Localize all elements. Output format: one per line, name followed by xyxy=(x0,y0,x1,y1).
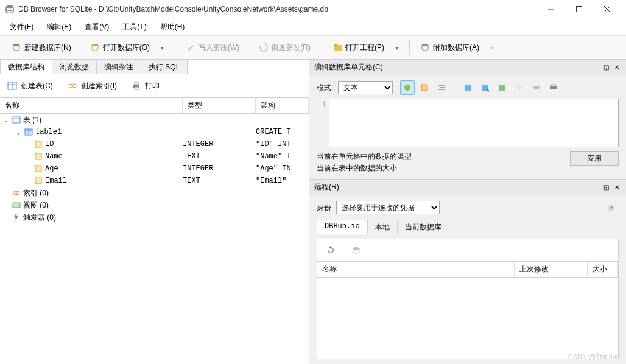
watermark: CSDN @Thinbug xyxy=(568,353,620,360)
write-changes-button[interactable]: 写入更改(W) xyxy=(181,40,244,55)
tree-header-type[interactable]: 类型 xyxy=(183,98,256,113)
column-type: TEXT xyxy=(183,177,256,185)
revert-changes-label: 倒退更改(R) xyxy=(271,43,311,53)
indent-icon[interactable] xyxy=(434,80,449,95)
editor-text[interactable] xyxy=(329,99,618,147)
remote-header-name[interactable]: 名称 xyxy=(317,262,515,277)
svg-rect-23 xyxy=(35,141,41,147)
create-table-label: 创建表(C) xyxy=(21,81,53,91)
print-cell-icon[interactable] xyxy=(546,80,561,95)
close-button[interactable] xyxy=(593,0,621,18)
trigger-group-icon xyxy=(12,213,21,222)
tree-node-table1[interactable]: ⌄table1 CREATE T xyxy=(0,126,309,138)
tab-browse[interactable]: 浏览数据 xyxy=(52,60,97,74)
print-button[interactable]: 打印 xyxy=(132,81,160,91)
remote-tab-local[interactable]: 本地 xyxy=(367,220,398,234)
tab-structure[interactable]: 数据库结构 xyxy=(0,60,52,74)
views-label: 视图 (0) xyxy=(23,200,49,211)
revert-changes-button[interactable]: 倒退更改(R) xyxy=(254,40,315,55)
table-group-icon xyxy=(12,116,21,124)
menu-file[interactable]: 文件(F) xyxy=(4,19,40,35)
table-schema: CREATE T xyxy=(256,128,309,136)
tree-node-column[interactable]: ID INTEGER"ID" INT xyxy=(0,138,309,150)
triggers-label: 触发器 (0) xyxy=(23,212,56,223)
tree-header-name[interactable]: 名称 xyxy=(0,98,183,113)
svg-rect-16 xyxy=(135,82,138,85)
import-icon[interactable] xyxy=(461,80,476,95)
tree-node-column[interactable]: Email TEXT"Email" xyxy=(0,175,309,187)
identity-go-icon[interactable] xyxy=(604,200,619,215)
menu-view[interactable]: 查看(V) xyxy=(79,19,115,35)
expand-toggle[interactable]: ⌄ xyxy=(2,117,10,124)
menu-edit[interactable]: 编辑(E) xyxy=(41,19,77,35)
identity-label: 身份 xyxy=(317,203,331,213)
create-table-button[interactable]: 创建表(C) xyxy=(7,81,53,91)
view-group-icon xyxy=(12,201,21,209)
remote-content: 名称 上次修改 大小 xyxy=(317,239,619,359)
tab-sql[interactable]: 执行 SQL xyxy=(141,60,188,74)
new-database-label: 新建数据库(N) xyxy=(24,43,71,53)
column-schema: "Name" T xyxy=(256,152,309,161)
tree-node-views[interactable]: 视图 (0) xyxy=(0,199,309,211)
mode-select[interactable]: 文本 xyxy=(338,81,393,94)
write-changes-label: 写入更改(W) xyxy=(199,43,239,53)
tables-label: 表 (1) xyxy=(23,115,41,125)
attach-database-button[interactable]: 附加数据库(A) » xyxy=(416,40,499,55)
panel-undock-button[interactable]: ◱ xyxy=(602,183,610,192)
new-database-button[interactable]: 新建数据库(N) xyxy=(7,40,76,55)
open-project-label: 打开工程(P) xyxy=(345,43,384,53)
expand-toggle[interactable]: ⌄ xyxy=(15,129,22,136)
table-name: table1 xyxy=(35,128,62,136)
cell-editor[interactable]: 1 xyxy=(317,99,619,147)
tree-node-column[interactable]: Age INTEGER"Age" IN xyxy=(0,163,309,175)
clear-icon[interactable] xyxy=(529,80,544,95)
column-icon xyxy=(34,164,43,173)
remote-header-size[interactable]: 大小 xyxy=(588,262,618,277)
create-index-button[interactable]: 创建索引(I) xyxy=(68,81,117,91)
svg-rect-8 xyxy=(334,44,337,46)
column-name: Age xyxy=(45,164,58,173)
remote-tab-current[interactable]: 当前数据库 xyxy=(397,220,449,234)
remote-panel: 远程(R) ◱ ✕ 身份 选择要用于连接的凭据 DBHub.io 本地 当前数据… xyxy=(309,179,626,364)
remote-header-modified[interactable]: 上次修改 xyxy=(515,262,588,277)
tree-header-schema[interactable]: 架构 xyxy=(256,98,309,113)
identity-select[interactable]: 选择要用于连接的凭据 xyxy=(336,201,440,214)
structure-tab-content: 创建表(C) 创建索引(I) 打印 名称 类型 架构 ⌄表 (1) xyxy=(0,74,309,223)
apply-button[interactable]: 应用 xyxy=(570,151,619,166)
tree-node-column[interactable]: Name TEXT"Name" T xyxy=(0,150,309,163)
null-icon[interactable] xyxy=(495,80,510,95)
panel-close-button[interactable]: ✕ xyxy=(613,183,621,192)
text-icon[interactable] xyxy=(417,80,432,95)
cell-info-size: 当前在表中的数据的大小 xyxy=(317,163,570,174)
index-group-icon xyxy=(12,189,21,197)
tab-pragmas[interactable]: 编辑杂注 xyxy=(96,60,141,74)
window-title: DB Browser for SQLite - D:\Git\UnityBatc… xyxy=(18,5,537,13)
cell-icon-toolbar xyxy=(400,80,561,95)
menu-tools[interactable]: 工具(T) xyxy=(116,19,152,35)
editor-gutter: 1 xyxy=(317,99,329,147)
svg-rect-39 xyxy=(550,86,557,89)
tree-node-tables[interactable]: ⌄表 (1) xyxy=(0,114,309,126)
cell-edit-panel: 模式: 文本 1 xyxy=(309,75,626,179)
remote-tab-dbhub[interactable]: DBHub.io xyxy=(317,220,368,234)
menu-help[interactable]: 帮助(H) xyxy=(154,19,191,35)
open-project-button[interactable]: 打开工程(P) ▾ xyxy=(328,40,403,55)
format-icon[interactable] xyxy=(400,80,415,95)
panel-close-button[interactable]: ✕ xyxy=(613,63,621,72)
svg-rect-18 xyxy=(13,117,20,123)
minimize-button[interactable] xyxy=(537,0,565,18)
cell-info-type: 当前在单元格中的数据的类型 xyxy=(317,151,570,163)
refresh-icon[interactable] xyxy=(323,243,338,257)
open-db-icon xyxy=(91,43,100,52)
tree-node-indexes[interactable]: 索引 (0) xyxy=(0,187,309,199)
open-database-button[interactable]: 打开数据库(O) ▾ xyxy=(86,40,169,55)
svg-point-13 xyxy=(69,84,72,88)
export-icon[interactable] xyxy=(478,80,493,95)
maximize-button[interactable] xyxy=(565,0,593,18)
link-icon[interactable] xyxy=(512,80,527,95)
panel-undock-button[interactable]: ◱ xyxy=(602,63,610,72)
tree-node-triggers[interactable]: 触发器 (0) xyxy=(0,211,309,223)
column-schema: "ID" INT xyxy=(256,140,309,149)
remote-db-icon[interactable] xyxy=(349,243,364,257)
column-type: INTEGER xyxy=(183,164,256,173)
